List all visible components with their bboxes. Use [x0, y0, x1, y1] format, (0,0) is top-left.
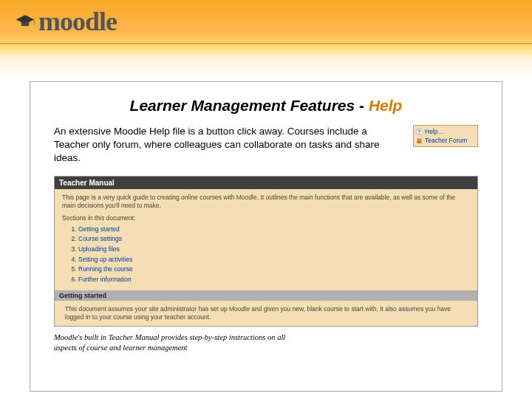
section-link-5[interactable]: Running the course	[78, 265, 133, 273]
logo-text: moodle	[38, 6, 117, 37]
svg-text:?: ?	[418, 129, 421, 134]
section-link-2[interactable]: Course settings	[78, 235, 122, 242]
slide-content: Learner Management Features - Help An ex…	[30, 81, 502, 392]
list-item: Getting started	[78, 225, 470, 235]
list-item: Further information	[78, 275, 470, 285]
section-link-3[interactable]: Uploading files	[78, 245, 120, 253]
manual-header: Teacher Manual	[55, 177, 477, 189]
section-link-4[interactable]: Setting up activities	[78, 256, 132, 263]
manual-sections-label: Sections in this document:	[62, 214, 470, 222]
svg-point-6	[420, 138, 422, 140]
graduation-cap-icon	[15, 13, 35, 30]
manual-intro: This page is a very quick guide to creat…	[62, 194, 470, 210]
help-icon: ?	[416, 129, 423, 135]
page-header: moodle	[0, 0, 532, 44]
svg-point-5	[417, 138, 420, 140]
svg-rect-1	[21, 22, 30, 26]
side-links-box: ? Help… Teacher Forum	[413, 125, 478, 147]
teacher-forum-link[interactable]: Teacher Forum	[425, 137, 467, 144]
list-item: Setting up activities	[78, 255, 470, 265]
figure-caption: Moodle's built in Teacher Manual provide…	[54, 332, 298, 352]
description-text: An extensive Moodle Help file is a butto…	[54, 125, 404, 166]
list-item: Running the course	[78, 265, 470, 275]
people-icon	[416, 137, 423, 144]
title-main: Learner Management Features -	[130, 97, 369, 114]
section-link-6[interactable]: Further information	[78, 276, 132, 283]
teacher-forum-row: Teacher Forum	[416, 136, 475, 145]
manual-body: This page is a very quick guide to creat…	[55, 189, 477, 291]
list-item: Uploading files	[78, 245, 470, 255]
help-link[interactable]: Help…	[425, 128, 444, 135]
manual-sections-list: Getting started Course settings Uploadin…	[78, 225, 470, 285]
moodle-logo: moodle	[15, 6, 117, 37]
body-row: An extensive Moodle Help file is a butto…	[54, 125, 478, 166]
title-help-word: Help	[369, 97, 403, 114]
manual-sub-body: This document assumes your site administ…	[55, 301, 477, 326]
manual-subheader: Getting started	[55, 290, 477, 301]
slide-title: Learner Management Features - Help	[78, 97, 454, 115]
list-item: Course settings	[78, 234, 470, 245]
section-link-1[interactable]: Getting started	[78, 225, 120, 233]
svg-rect-7	[417, 140, 421, 143]
teacher-manual-panel: Teacher Manual This page is a very quick…	[54, 176, 478, 327]
help-link-row: ? Help…	[416, 127, 475, 136]
